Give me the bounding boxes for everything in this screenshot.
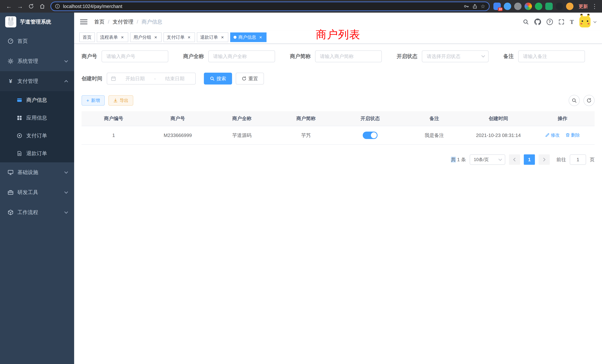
close-icon[interactable]: ×	[220, 35, 225, 40]
browser-back-icon[interactable]: ←	[4, 1, 14, 11]
page-size-select[interactable]: 10条/页	[470, 154, 505, 165]
dashboard-icon	[7, 38, 14, 44]
column-header: 商户编号	[82, 111, 146, 126]
status-toggle[interactable]	[363, 132, 377, 139]
browser-forward-icon[interactable]: →	[15, 1, 25, 11]
date-range-separator: -	[154, 76, 156, 82]
sidebar-item-label: 商户信息	[26, 96, 47, 104]
document-icon	[16, 150, 23, 157]
site-info-icon[interactable]	[55, 4, 60, 9]
reset-button[interactable]: 重置	[236, 73, 264, 85]
sidebar-item-payment[interactable]: ¥ 支付管理	[0, 71, 74, 91]
tab-process-form[interactable]: 流程表单 ×	[97, 32, 128, 42]
table-toolbar: + 新增 导出	[82, 95, 595, 106]
address-bar[interactable]: localhost:1024/pay/merchant ☆	[50, 1, 490, 11]
extension-icon[interactable]	[545, 3, 553, 10]
edit-link-label: 修改	[551, 132, 559, 138]
close-icon[interactable]: ×	[258, 35, 263, 40]
cell-create-time: 2021-10-23 08:31:14	[466, 126, 530, 145]
date-range-picker[interactable]: 开始日期 - 结束日期	[107, 73, 196, 85]
trash-icon	[566, 133, 570, 137]
breadcrumb-current: 商户信息	[142, 18, 162, 25]
extension-icon[interactable]	[514, 3, 522, 10]
sidebar-toggle-icon[interactable]	[80, 20, 87, 24]
close-icon[interactable]: ×	[120, 35, 125, 40]
sidebar-item-dev-tools[interactable]: 研发工具	[0, 182, 74, 202]
grid-icon	[16, 115, 23, 121]
next-page-button[interactable]	[539, 154, 550, 165]
screen: ← → localhost:1024/pay/merchant	[0, 0, 602, 364]
pencil-icon	[545, 133, 549, 137]
goto-page-input[interactable]	[570, 154, 586, 165]
avatar[interactable]	[579, 16, 591, 27]
merchant-short-name-input[interactable]	[315, 50, 382, 62]
merchant-full-name-field: 商户全称	[183, 50, 275, 62]
browser-update-button[interactable]: 更新	[579, 3, 588, 10]
refresh-table-icon[interactable]	[583, 95, 595, 106]
bookmark-star-icon[interactable]: ☆	[481, 3, 485, 10]
refresh-icon	[242, 76, 247, 81]
font-size-icon[interactable]: T	[570, 19, 574, 25]
extension-icon[interactable]	[535, 3, 542, 10]
chevron-left-icon	[513, 158, 517, 161]
edit-link[interactable]: 修改	[545, 132, 559, 138]
sidebar-item-refund-order[interactable]: 退款订单	[0, 145, 74, 162]
sidebar-item-pay-order[interactable]: 支付订单	[0, 127, 74, 145]
prev-page-button[interactable]	[509, 154, 520, 165]
tab-label: 商户信息	[238, 34, 256, 40]
extension-icon[interactable]	[566, 3, 573, 10]
sidebar-item-app-info[interactable]: 应用信息	[0, 109, 74, 127]
sidebar-item-system[interactable]: 系统管理	[0, 51, 74, 71]
browser-home-icon[interactable]	[37, 1, 47, 11]
field-label: 创建时间	[82, 75, 102, 82]
delete-link-label: 删除	[571, 132, 580, 138]
delete-link[interactable]: 删除	[566, 132, 580, 138]
browser-menu-icon[interactable]: ⋮	[591, 1, 598, 11]
extension-icon[interactable]	[525, 3, 532, 10]
chevron-down-icon	[498, 157, 502, 161]
show-search-icon[interactable]	[569, 95, 580, 106]
add-button[interactable]: + 新增	[82, 95, 105, 106]
extension-icons: 10	[493, 3, 573, 10]
breadcrumb-payment[interactable]: 支付管理	[113, 18, 133, 25]
remark-input[interactable]	[518, 50, 585, 62]
cell-status	[338, 126, 402, 145]
fullscreen-icon[interactable]	[559, 19, 564, 25]
cell-merchant-no: M233666999	[146, 126, 210, 145]
page-number-button[interactable]: 1	[524, 154, 535, 165]
breadcrumb-home[interactable]: 首页	[94, 18, 105, 25]
merchant-no-input[interactable]	[102, 50, 168, 62]
help-icon[interactable]: ?	[547, 19, 553, 25]
close-icon[interactable]: ×	[153, 35, 158, 40]
chevron-down-icon	[64, 170, 68, 174]
github-icon[interactable]	[534, 19, 541, 25]
sidebar-item-workflow[interactable]: 工作流程	[0, 202, 74, 222]
chevron-down-icon[interactable]	[593, 20, 597, 23]
sidebar-item-merchant-info[interactable]: 商户信息	[0, 91, 74, 109]
tab-home[interactable]: 首页	[79, 32, 95, 42]
extension-badge: 10	[498, 7, 503, 11]
browser-refresh-icon[interactable]	[26, 1, 36, 11]
password-key-icon[interactable]	[463, 3, 469, 9]
sidebar-item-infrastructure[interactable]: 基础设施	[0, 162, 74, 182]
tab-pay-order[interactable]: 支付订单 ×	[163, 32, 195, 42]
url-text[interactable]: localhost:1024/pay/merchant	[63, 4, 461, 9]
tab-merchant-info[interactable]: 商户信息 ×	[230, 32, 267, 42]
tab-user-group[interactable]: 用户分组 ×	[130, 32, 162, 42]
search-icon[interactable]	[523, 19, 529, 25]
search-button[interactable]: 搜索	[204, 73, 232, 85]
app-logo[interactable]: 芋道管理系统	[0, 13, 74, 31]
close-icon[interactable]: ×	[186, 35, 192, 40]
extension-icon[interactable]	[504, 3, 511, 10]
sidebar-item-label: 基础设施	[17, 169, 61, 176]
sidebar-item-home[interactable]: 首页	[0, 31, 74, 51]
status-select[interactable]	[422, 50, 489, 62]
merchant-full-name-input[interactable]	[208, 50, 275, 62]
extension-icon[interactable]: 10	[493, 3, 501, 10]
extension-icon[interactable]	[556, 3, 563, 10]
page-size-value: 10条/页	[474, 157, 489, 162]
tab-refund-order[interactable]: 退款订单 ×	[197, 32, 228, 42]
goto-label: 前往	[556, 156, 566, 163]
export-button[interactable]: 导出	[108, 95, 133, 106]
share-icon[interactable]	[472, 3, 478, 9]
